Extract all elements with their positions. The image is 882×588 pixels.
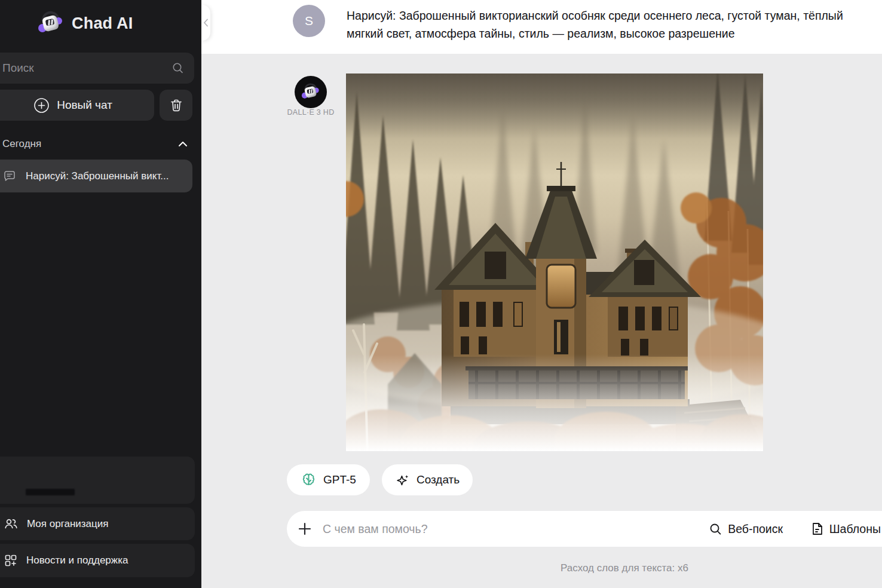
sidebar-chat-item[interactable]: Нарисуй: Заброшенный викт... [0, 160, 192, 192]
chevron-left-icon [203, 18, 209, 27]
attach-button[interactable] [298, 522, 312, 536]
composer-input[interactable] [323, 511, 657, 547]
news-support-label: Новости и поддержка [26, 555, 128, 566]
generated-image[interactable] [346, 74, 763, 451]
web-search-button[interactable]: Веб-поиск [709, 511, 783, 547]
templates-label: Шаблоны [829, 522, 881, 536]
plus-circle-icon [33, 97, 50, 114]
new-chat-label: Новый чат [57, 99, 112, 112]
robot-logo-icon [38, 11, 63, 36]
users-icon [4, 516, 19, 531]
sidebar-collapse-handle[interactable] [201, 5, 210, 41]
grid-plus-icon [4, 553, 18, 568]
new-chat-button[interactable]: Новый чат [0, 90, 154, 121]
sidebar-item-organization[interactable]: Моя организация [0, 507, 195, 540]
user-avatar: S [293, 5, 325, 37]
document-icon [811, 522, 824, 536]
app-logo: Chad AI [38, 11, 133, 36]
chat-area: S Нарисуй: Заброшенный викторианский осо… [201, 0, 882, 588]
templates-button[interactable]: Шаблоны [811, 511, 881, 547]
section-today-label: Сегодня [2, 138, 41, 150]
word-usage-note: Расход слов для текста: x6 [561, 562, 688, 574]
chevron-up-icon[interactable] [177, 140, 188, 148]
sidebar: Chad AI Новый чат Сегодня [0, 0, 201, 588]
message-composer: Веб-поиск Шаблоны [287, 511, 882, 547]
search-input[interactable] [2, 53, 152, 84]
user-initial: S [305, 14, 313, 28]
model-pill-label: GPT-5 [323, 473, 356, 486]
trash-icon [169, 98, 183, 112]
app-title: Chad AI [72, 14, 133, 33]
search-icon [172, 62, 185, 77]
create-button[interactable]: Создать [382, 464, 473, 495]
model-selector-button[interactable]: GPT-5 [287, 464, 370, 495]
model-avatar [295, 76, 327, 108]
user-message-text: Нарисуй: Заброшенный викторианский особн… [347, 7, 860, 42]
sidebar-search [0, 53, 194, 84]
web-search-label: Веб-поиск [728, 522, 783, 536]
account-redacted-text [26, 489, 75, 495]
magnifier-icon [709, 522, 722, 536]
sparkle-icon [395, 473, 410, 488]
organization-label: Моя организация [27, 518, 109, 530]
robot-logo-icon [302, 83, 320, 101]
sidebar-item-news-support[interactable]: Новости и поддержка [0, 544, 195, 577]
section-today: Сегодня [2, 138, 188, 150]
chat-bubble-icon [3, 170, 16, 183]
create-pill-label: Создать [416, 473, 460, 486]
model-label: DALL·E 3 HD [269, 108, 353, 117]
chat-item-title: Нарисуй: Заброшенный викт... [26, 170, 169, 182]
plus-icon [298, 522, 312, 536]
account-card[interactable] [0, 457, 195, 504]
brain-icon [301, 472, 317, 488]
clear-chats-button[interactable] [160, 90, 192, 121]
